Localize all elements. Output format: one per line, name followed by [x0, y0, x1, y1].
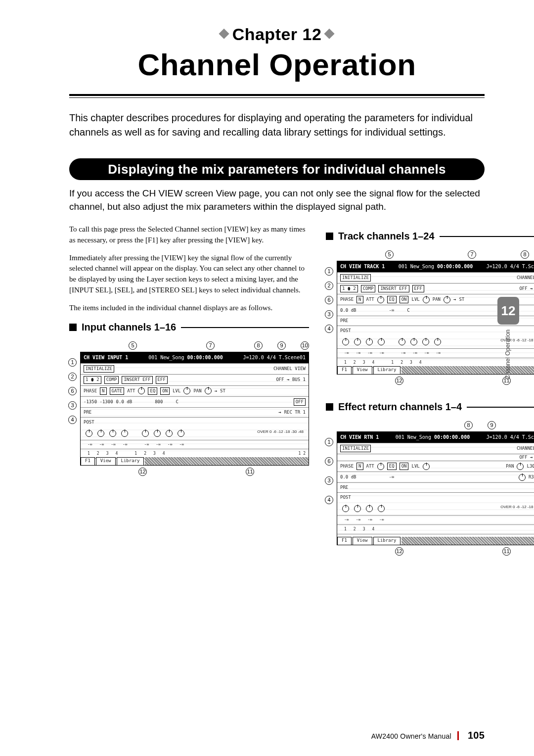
shot-meter: OVER 0 -6 -12 -18 -30 -48	[257, 430, 304, 437]
knob-icon	[342, 505, 349, 512]
shot-tab-view: View	[96, 457, 116, 465]
callouts-left-2: 1 2 6 3 4	[325, 267, 333, 333]
callout: 9	[488, 421, 496, 429]
callout: 8	[521, 250, 529, 259]
callout: 6	[325, 457, 333, 466]
shot-channel: RTN 1	[364, 434, 379, 440]
shot-screenlabel: CHANNEL VIEW	[517, 275, 534, 281]
shot-on: ON	[400, 296, 409, 303]
callout: 5	[129, 341, 137, 350]
callout: 12	[138, 468, 147, 476]
shot-post: POST	[340, 494, 351, 501]
left-p1: To call this page press the Selected Cha…	[69, 224, 309, 246]
callout: 1	[325, 438, 333, 446]
knob-icon	[86, 430, 92, 437]
shot-time: 00:00:00.000	[434, 434, 470, 440]
shot-lvl: LVL	[411, 296, 419, 303]
shot-eff: EFF	[156, 376, 168, 383]
shot-strip: 1 2	[299, 451, 306, 457]
shot-panc: C	[176, 399, 178, 405]
subhead-effect-text: Effect return channels 1–4	[338, 400, 462, 414]
knob-icon	[121, 430, 128, 437]
callout: 10	[301, 341, 309, 350]
left-p2: Immediately after pressing the [VIEW] ke…	[69, 253, 309, 296]
intro-paragraph: This chapter describes procedures for di…	[69, 111, 485, 140]
shot-pan: PAN	[433, 296, 441, 303]
shot-tab-view: View	[353, 366, 372, 374]
shot-lvlval: -∞	[389, 474, 395, 480]
shot-lvl: LVL	[173, 388, 180, 394]
shot-pre: PRE	[340, 318, 348, 324]
side-tab: 12 Channel Operation	[497, 297, 519, 379]
shot-song: 001 New_Song	[148, 355, 184, 360]
shot-att: ATT	[366, 296, 374, 303]
shot-tempo: J=120.0 4/4	[243, 355, 276, 360]
callout: 3	[325, 476, 333, 485]
knob-icon	[166, 430, 173, 437]
callout: 4	[68, 416, 77, 424]
callouts-top-3: 8 9	[464, 421, 534, 429]
shot-lvlval: -∞	[389, 307, 395, 314]
knob-icon	[422, 338, 429, 345]
callout: 3	[325, 310, 333, 319]
knob-icon	[517, 463, 524, 470]
section-title: Displaying the mix parameters for indivi…	[83, 158, 471, 180]
knob-icon	[366, 338, 373, 345]
shot-eff: EFF	[412, 285, 424, 292]
shot-phase: PHASE	[340, 296, 354, 303]
callout: 1	[68, 358, 77, 367]
knob-icon	[519, 474, 526, 481]
square-bullet-icon	[326, 403, 333, 411]
callout: 4	[325, 496, 333, 504]
shot-phase: PHASE	[84, 388, 97, 394]
shot-scene: T.Scene01	[522, 264, 534, 269]
shot-pair: 1 ⬮ 2	[340, 285, 358, 292]
shot-time: 00:00:00.000	[187, 355, 222, 360]
shot-r30: R30	[529, 474, 534, 480]
callout: 6	[68, 387, 77, 395]
shot-pairval: -1350 -1300	[84, 399, 113, 405]
knob-icon	[410, 338, 417, 345]
screenshot-rtn: CH VIEW RTN 1 001 New_Song 00:00:00.000 …	[337, 431, 534, 545]
shot-scene: T.Scene01	[279, 355, 306, 360]
shot-channel: TRACK 1	[364, 264, 385, 269]
subhead-track-channels: Track channels 1–24	[326, 229, 534, 243]
diamond-left-icon: ◆	[216, 25, 232, 40]
shot-pan: PAN	[193, 388, 201, 394]
shot-lvl: LVL	[411, 463, 419, 470]
section-lead: If you access the CH VIEW screen View pa…	[69, 187, 485, 213]
knob-icon	[444, 296, 450, 303]
shot-tab-view: View	[353, 537, 372, 545]
shot-inserteff: INSERT EFF	[122, 376, 152, 383]
square-bullet-icon	[326, 233, 333, 240]
shot-gate: GATE	[110, 387, 125, 395]
shot-rectr: REC TR 1	[284, 409, 306, 416]
left-p3: The items included in the individual cha…	[69, 303, 309, 314]
chapter-heading: ◆Chapter 12◆	[69, 25, 485, 44]
footer-divider-icon	[457, 731, 459, 740]
side-tab-number: 12	[497, 297, 519, 325]
shot-init: INITIALIZE	[84, 365, 114, 373]
shot-eq: EQ	[387, 296, 397, 303]
knob-icon	[423, 463, 430, 470]
callout: 6	[325, 296, 333, 304]
shot-pre: PRE	[340, 484, 348, 491]
shot-att: ATT	[366, 463, 374, 470]
shot-eqval: 800	[155, 399, 163, 405]
shot-pre: PRE	[84, 409, 91, 416]
knob-icon	[178, 430, 184, 437]
knob-icon	[377, 463, 384, 470]
callouts-top-2: 5 7 8 9	[385, 250, 534, 259]
knob-icon	[378, 338, 385, 345]
knob-icon	[434, 338, 441, 345]
callouts-top-1: 5 7 8 9 10	[129, 341, 309, 350]
section-heading-pill: Displaying the mix parameters for indivi…	[69, 158, 485, 180]
callout: 11	[502, 547, 511, 556]
shot-eq: EQ	[148, 387, 157, 395]
shot-title: CH VIEW	[340, 264, 361, 269]
screenshot-input: CH VIEW INPUT 1 001 New_Song 00:00:00.00…	[80, 352, 309, 466]
callout: 11	[246, 468, 254, 476]
shot-title: CH VIEW	[84, 355, 104, 360]
shot-scene: T.Scene01	[522, 434, 534, 440]
callout: 3	[68, 401, 77, 410]
